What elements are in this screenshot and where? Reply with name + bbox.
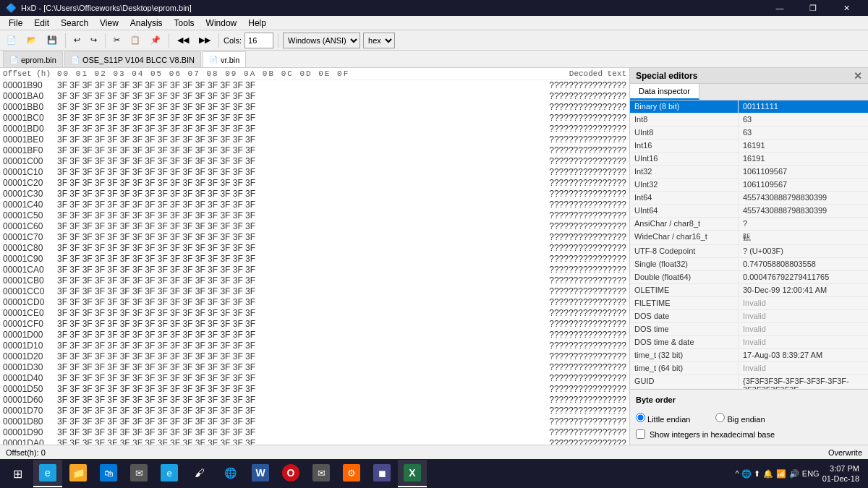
table-row[interactable]: 00001D70 3F 3F 3F 3F 3F 3F 3F 3F 3F 3F 3… — [0, 406, 629, 416]
list-item[interactable]: Single (float32) 0.747058808803558 — [630, 258, 868, 271]
data-inspector-tab[interactable]: Data inspector — [630, 84, 699, 100]
list-item[interactable]: UInt8 63 — [630, 127, 868, 140]
list-item[interactable]: UInt16 16191 — [630, 153, 868, 166]
menu-view[interactable]: View — [94, 17, 124, 30]
taskbar-app1[interactable]: ⚙ — [337, 460, 366, 487]
taskbar-excel[interactable]: X — [398, 460, 427, 487]
hex-scroll-area[interactable]: 00001B90 3F 3F 3F 3F 3F 3F 3F 3F 3F 3F 3… — [0, 80, 629, 445]
encoding-select[interactable]: Windows (ANSI) — [283, 33, 360, 48]
tab-vr[interactable]: 📄 vr.bin — [203, 51, 246, 67]
list-item[interactable]: Int32 1061109567 — [630, 166, 868, 179]
list-item[interactable]: FILETIME Invalid — [630, 297, 868, 310]
table-row[interactable]: 00001BC0 3F 3F 3F 3F 3F 3F 3F 3F 3F 3F 3… — [0, 113, 629, 124]
list-item[interactable]: WideChar / char16_t 㼿 — [630, 231, 868, 245]
table-row[interactable]: 00001BE0 3F 3F 3F 3F 3F 3F 3F 3F 3F 3F 3… — [0, 134, 629, 145]
list-item[interactable]: AnsiChar / char8_t ? — [630, 218, 868, 231]
table-row[interactable]: 00001CD0 3F 3F 3F 3F 3F 3F 3F 3F 3F 3F 3… — [0, 297, 629, 308]
tab-eprom[interactable]: 📄 eprom.bin — [3, 51, 63, 67]
menu-file[interactable]: File — [3, 17, 28, 30]
table-row[interactable]: 00001CC0 3F 3F 3F 3F 3F 3F 3F 3F 3F 3F 3… — [0, 286, 629, 297]
toolbar-open[interactable]: 📂 — [23, 33, 41, 48]
menu-window[interactable]: Window — [200, 17, 243, 30]
table-row[interactable]: 00001C80 3F 3F 3F 3F 3F 3F 3F 3F 3F 3F 3… — [0, 243, 629, 254]
list-item[interactable]: DOS time Invalid — [630, 323, 868, 336]
toolbar-right[interactable]: ▶▶ — [195, 33, 214, 48]
minimize-button[interactable]: — — [764, 0, 796, 16]
taskbar-edge[interactable]: e — [33, 460, 62, 487]
show-hex-checkbox[interactable] — [636, 429, 645, 439]
taskbar-word[interactable]: W — [246, 460, 275, 487]
list-item[interactable]: DOS time & date Invalid — [630, 336, 868, 349]
list-item[interactable]: UInt64 4557430888798830399 — [630, 205, 868, 218]
table-row[interactable]: 00001D10 3F 3F 3F 3F 3F 3F 3F 3F 3F 3F 3… — [0, 341, 629, 351]
table-row[interactable]: 00001C30 3F 3F 3F 3F 3F 3F 3F 3F 3F 3F 3… — [0, 189, 629, 200]
menu-analysis[interactable]: Analysis — [124, 17, 169, 30]
menu-tools[interactable]: Tools — [169, 17, 200, 30]
table-row[interactable]: 00001C60 3F 3F 3F 3F 3F 3F 3F 3F 3F 3F 3… — [0, 221, 629, 232]
table-row[interactable]: 00001DA0 3F 3F 3F 3F 3F 3F 3F 3F 3F 3F 3… — [0, 438, 629, 445]
close-button[interactable]: ✕ — [830, 0, 862, 16]
big-endian-radio[interactable] — [715, 413, 725, 422]
taskbar-store[interactable]: 🛍 — [94, 460, 123, 487]
table-row[interactable]: 00001C50 3F 3F 3F 3F 3F 3F 3F 3F 3F 3F 3… — [0, 210, 629, 221]
list-item[interactable]: time_t (64 bit) Invalid — [630, 362, 868, 375]
table-row[interactable]: 00001BA0 3F 3F 3F 3F 3F 3F 3F 3F 3F 3F 3… — [0, 91, 629, 102]
menu-help[interactable]: Help — [242, 17, 272, 30]
table-row[interactable]: 00001D00 3F 3F 3F 3F 3F 3F 3F 3F 3F 3F 3… — [0, 330, 629, 341]
table-row[interactable]: 00001C10 3F 3F 3F 3F 3F 3F 3F 3F 3F 3F 3… — [0, 167, 629, 178]
table-row[interactable]: 00001D80 3F 3F 3F 3F 3F 3F 3F 3F 3F 3F 3… — [0, 416, 629, 427]
start-button[interactable]: ⊞ — [3, 460, 32, 487]
toolbar-undo[interactable]: ↩ — [70, 33, 84, 48]
taskbar-opera[interactable]: O — [276, 460, 305, 487]
list-item[interactable]: OLETIME 30-Dec-99 12:00:41 AM — [630, 284, 868, 297]
list-item[interactable]: UInt32 1061109567 — [630, 179, 868, 192]
menu-search[interactable]: Search — [55, 17, 94, 30]
table-row[interactable]: 00001BD0 3F 3F 3F 3F 3F 3F 3F 3F 3F 3F 3… — [0, 124, 629, 134]
table-row[interactable]: 00001D20 3F 3F 3F 3F 3F 3F 3F 3F 3F 3F 3… — [0, 351, 629, 362]
list-item[interactable]: Binary (8 bit) 00111111 — [630, 100, 868, 114]
table-row[interactable]: 00001BF0 3F 3F 3F 3F 3F 3F 3F 3F 3F 3F 3… — [0, 145, 629, 156]
taskbar-files[interactable]: 📁 — [64, 460, 93, 487]
little-endian-radio[interactable] — [636, 413, 645, 422]
table-row[interactable]: 00001D50 3F 3F 3F 3F 3F 3F 3F 3F 3F 3F 3… — [0, 384, 629, 395]
panel-close-button[interactable]: ✕ — [854, 70, 862, 82]
little-endian-label[interactable]: Little endian — [636, 415, 692, 424]
tab-ose[interactable]: 📄 OSE_S11P V104 BLCC V8.BIN — [64, 51, 201, 67]
toolbar-new[interactable]: 📄 — [3, 33, 20, 48]
list-item[interactable]: DOS date Invalid — [630, 310, 868, 323]
table-row[interactable]: 00001BB0 3F 3F 3F 3F 3F 3F 3F 3F 3F 3F 3… — [0, 102, 629, 113]
list-item[interactable]: Int64 4557430888798830399 — [630, 192, 868, 205]
list-item[interactable]: time_t (32 bit) 17-Aug-03 8:39:27 AM — [630, 349, 868, 362]
taskbar-mail[interactable]: ✉ — [124, 460, 153, 487]
list-item[interactable]: Double (float64) 0.000476792279411765 — [630, 271, 868, 284]
list-item[interactable]: Int8 63 — [630, 114, 868, 127]
table-row[interactable]: 00001D30 3F 3F 3F 3F 3F 3F 3F 3F 3F 3F 3… — [0, 362, 629, 373]
table-row[interactable]: 00001CF0 3F 3F 3F 3F 3F 3F 3F 3F 3F 3F 3… — [0, 319, 629, 330]
taskbar-app2[interactable]: ◼ — [367, 460, 396, 487]
columns-input[interactable] — [244, 33, 273, 48]
menu-edit[interactable]: Edit — [28, 17, 55, 30]
base-select[interactable]: hex — [363, 33, 395, 48]
taskbar-paint[interactable]: 🖌 — [185, 460, 214, 487]
taskbar-chrome[interactable]: 🌐 — [216, 460, 244, 487]
taskbar-ie[interactable]: e — [155, 460, 184, 487]
toolbar-left[interactable]: ◀◀ — [174, 33, 192, 48]
table-row[interactable]: 00001CB0 3F 3F 3F 3F 3F 3F 3F 3F 3F 3F 3… — [0, 275, 629, 286]
toolbar-redo[interactable]: ↪ — [87, 33, 101, 48]
list-item[interactable]: UTF-8 Codepoint ? (U+003F) — [630, 245, 868, 258]
table-row[interactable]: 00001C00 3F 3F 3F 3F 3F 3F 3F 3F 3F 3F 3… — [0, 156, 629, 167]
toolbar-save[interactable]: 💾 — [43, 33, 61, 48]
taskbar-email2[interactable]: ✉ — [307, 460, 336, 487]
table-row[interactable]: 00001C20 3F 3F 3F 3F 3F 3F 3F 3F 3F 3F 3… — [0, 178, 629, 189]
maximize-button[interactable]: ❐ — [797, 0, 829, 16]
table-row[interactable]: 00001B90 3F 3F 3F 3F 3F 3F 3F 3F 3F 3F 3… — [0, 80, 629, 91]
list-item[interactable]: Int16 16191 — [630, 140, 868, 153]
table-row[interactable]: 00001CE0 3F 3F 3F 3F 3F 3F 3F 3F 3F 3F 3… — [0, 308, 629, 319]
table-row[interactable]: 00001CA0 3F 3F 3F 3F 3F 3F 3F 3F 3F 3F 3… — [0, 265, 629, 275]
table-row[interactable]: 00001C90 3F 3F 3F 3F 3F 3F 3F 3F 3F 3F 3… — [0, 254, 629, 265]
table-row[interactable]: 00001D40 3F 3F 3F 3F 3F 3F 3F 3F 3F 3F 3… — [0, 373, 629, 384]
table-row[interactable]: 00001D60 3F 3F 3F 3F 3F 3F 3F 3F 3F 3F 3… — [0, 395, 629, 406]
toolbar-cut[interactable]: ✂ — [110, 33, 124, 48]
table-row[interactable]: 00001C70 3F 3F 3F 3F 3F 3F 3F 3F 3F 3F 3… — [0, 232, 629, 243]
toolbar-copy[interactable]: 📋 — [127, 33, 144, 48]
